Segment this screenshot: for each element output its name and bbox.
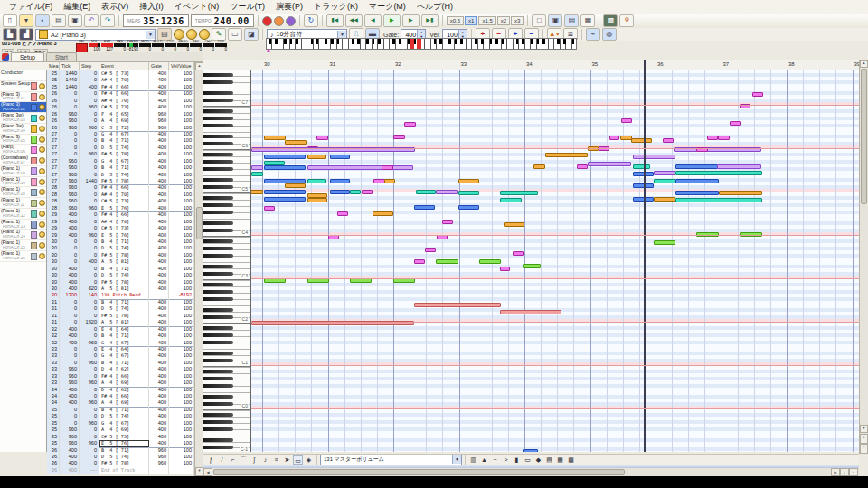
transport-rewind-button[interactable]: ◀ [364,14,382,27]
import-icon[interactable]: ▣ [68,14,82,27]
speed-button-x1[interactable]: x1 [465,16,477,25]
piano-key-black[interactable] [203,153,233,156]
midi-note[interactable] [393,135,405,139]
piano-key-black[interactable] [203,377,233,380]
midi-note[interactable] [654,197,675,202]
event-row[interactable]: 304000D 5 [ 74]400100 [47,272,194,278]
menu-item[interactable]: ファイル(F) [4,0,58,14]
midi-note[interactable] [609,136,619,140]
piano-key-black[interactable] [203,265,233,268]
pitch-scroll-thumb[interactable] [861,69,867,204]
event-row[interactable]: 304000F# 5 [ 78]400100 [47,279,194,286]
midi-note[interactable] [577,164,588,169]
new-file-icon[interactable]: ▯ [3,14,17,27]
track-item[interactable]: (Piano 3)PortA Ch.02 [0,102,46,113]
piano-keyboard[interactable]: C7C6C5C4C3C2C1C0C-1 [203,70,251,452]
view-tool-icon[interactable]: ▤ [544,455,554,465]
save-file-icon[interactable]: ▪ [35,14,50,27]
piano-key-black[interactable] [203,247,233,250]
midi-note[interactable] [500,310,561,314]
midi-note[interactable] [663,138,674,143]
track-item[interactable]: Conductor [0,70,46,81]
horn-play-icon[interactable] [199,29,210,40]
midi-note[interactable] [442,220,453,224]
midi-note[interactable] [330,155,350,159]
track-item[interactable]: (Piano 3)PortA Ch.01 [0,92,46,103]
midi-note[interactable] [621,118,632,123]
midi-note[interactable] [631,138,652,143]
event-row[interactable]: 2514400A# 4 [ 70]400100 [47,77,194,83]
event-row[interactable]: 359600A 4 [ 69]400100 [47,427,194,433]
piano-key-black[interactable] [203,142,233,145]
midi-note[interactable] [752,92,763,97]
undo-icon[interactable]: ↶ [84,14,99,27]
tab-start[interactable]: Start [46,52,77,61]
export-icon[interactable]: ▤ [52,14,66,27]
menu-item[interactable]: 表示(V) [96,0,134,14]
piano-key-black[interactable] [203,420,233,424]
midi-note[interactable] [414,205,435,210]
piano-key-black[interactable] [203,290,233,294]
piano-key-black[interactable] [203,308,233,312]
scroll-down-icon[interactable]: ▼ [195,467,203,476]
scroll-up-icon[interactable]: ▲ [195,62,203,70]
midi-note[interactable] [504,222,524,227]
event-row[interactable]: 2514400C# 5 [ 73]400100 [47,70,194,77]
track-item[interactable]: (Piano 1)PortA Ch.14 [0,230,46,240]
piano-key-black[interactable] [203,326,233,330]
menu-item[interactable]: ヘルプ(H) [411,0,458,14]
bell-icon[interactable]: ◍ [602,28,617,41]
midi-note[interactable] [414,259,425,264]
piano-key-black[interactable] [203,124,233,127]
event-row[interactable]: 289600A# 4 [ 70]400100 [47,192,194,198]
track-item[interactable]: (Piano 1)PortA Ch.10 [0,187,46,198]
track-item[interactable]: (Piano 1)PortA Ch.12 [0,209,46,220]
event-row[interactable]: 279601440F# 5 [ 78]400100 [47,178,194,184]
event-row[interactable]: 2600A# 4 [ 70]400100 [47,98,194,104]
midi-note[interactable] [285,140,307,145]
event-row[interactable]: 36400----End of Track [47,467,194,474]
midi-note[interactable] [675,171,762,175]
piano-key-black[interactable] [203,109,233,113]
view-tool-icon[interactable]: ▩ [566,455,576,465]
event-row[interactable]: 29400960E 5 [ 76]400100 [47,232,194,239]
piano-key-black[interactable] [203,178,233,182]
midi-note[interactable] [307,155,326,159]
piano-key-black[interactable] [203,117,233,120]
event-row[interactable]: 3300G 4 [ 67]400100 [47,352,194,359]
piano-key-black[interactable] [203,315,233,319]
midi-note[interactable] [654,171,675,175]
event-row[interactable]: 2700G 4 [ 67]400100 [47,131,194,137]
piano-key-black[interactable] [203,229,233,232]
transport-skip-start-button[interactable]: ▮◀ [326,14,344,27]
midi-note[interactable] [425,248,436,252]
event-row[interactable]: 339600F# 4 [ 66]400100 [47,373,194,380]
midi-note[interactable] [675,179,719,183]
piano-key-black[interactable] [203,297,233,301]
track-item[interactable]: (Piano 1)PortA Ch.13 [0,220,46,230]
piano-key-black[interactable] [203,203,233,207]
view-tool-icon[interactable]: ~ [490,455,500,465]
midi-note[interactable] [675,198,762,202]
midi-note[interactable] [588,162,631,166]
midi-note[interactable] [373,211,393,216]
scroll-right-icon[interactable]: ▶ [831,468,840,476]
event-row[interactable]: 28960960E 5 [ 76]400100 [47,205,194,211]
midi-note[interactable] [307,198,327,202]
midi-note[interactable] [730,121,741,126]
midi-note[interactable] [633,164,650,169]
event-row[interactable]: 34400960A 4 [ 69]400100 [47,399,194,406]
redo-icon[interactable]: ↷ [100,14,115,27]
piano-key-black[interactable] [203,395,233,399]
midi-note[interactable] [458,179,479,183]
stamp2-tool-icon[interactable]: ▟ [19,28,33,41]
piano-roll-canvas[interactable] [251,70,859,452]
event-row[interactable]: 260960C# 5 [ 73]400100 [47,104,194,110]
draw-tool-icon[interactable]: ⌐ [228,455,238,465]
event-row[interactable]: 3500B 4 [ 71]400100 [47,407,194,413]
horn-mute-icon[interactable] [186,29,197,40]
event-row[interactable]: 350960G 4 [ 67]400100 [47,420,194,427]
event-row[interactable]: 3000B 4 [ 71]400100 [47,239,194,245]
midi-note[interactable] [633,155,675,159]
pianoroll-window-icon[interactable]: ▣ [548,14,562,27]
